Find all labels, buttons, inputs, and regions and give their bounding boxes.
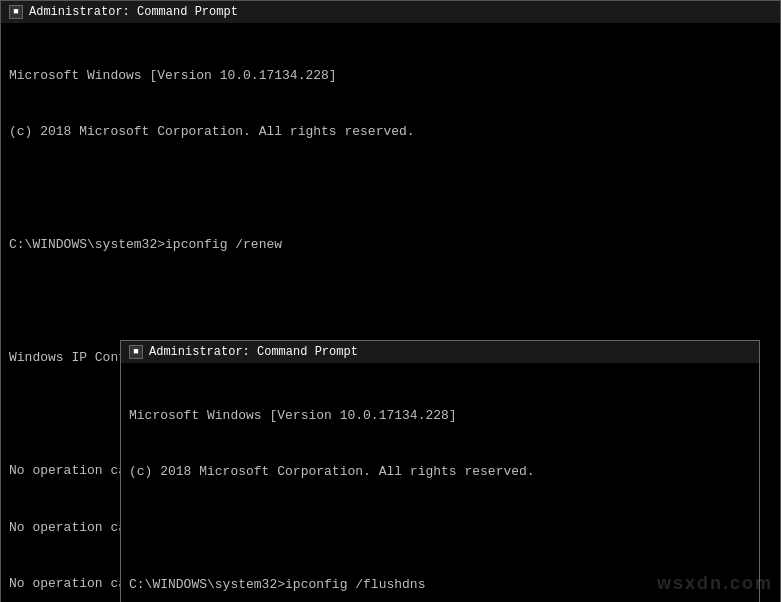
b-line-1: (c) 2018 Microsoft Corporation. All righ… <box>129 463 751 482</box>
b-line-0: Microsoft Windows [Version 10.0.17134.22… <box>129 407 751 426</box>
cmd-icon-top: ■ <box>9 5 23 19</box>
b-line-2 <box>129 520 751 539</box>
line-3: C:\WINDOWS\system32>ipconfig /renew <box>9 236 772 255</box>
line-4 <box>9 293 772 312</box>
cmd-body-bottom: Microsoft Windows [Version 10.0.17134.22… <box>121 363 759 602</box>
cmd-window-bottom: ■ Administrator: Command Prompt Microsof… <box>120 340 760 602</box>
cmd-icon-bottom: ■ <box>129 345 143 359</box>
title-text-top: Administrator: Command Prompt <box>29 5 238 19</box>
title-bar-bottom: ■ Administrator: Command Prompt <box>121 341 759 363</box>
title-text-bottom: Administrator: Command Prompt <box>149 345 358 359</box>
line-0: Microsoft Windows [Version 10.0.17134.22… <box>9 67 772 86</box>
b-line-3: C:\WINDOWS\system32>ipconfig /flushdns <box>129 576 751 595</box>
line-2 <box>9 180 772 199</box>
title-bar-top: ■ Administrator: Command Prompt <box>1 1 780 23</box>
line-1: (c) 2018 Microsoft Corporation. All righ… <box>9 123 772 142</box>
